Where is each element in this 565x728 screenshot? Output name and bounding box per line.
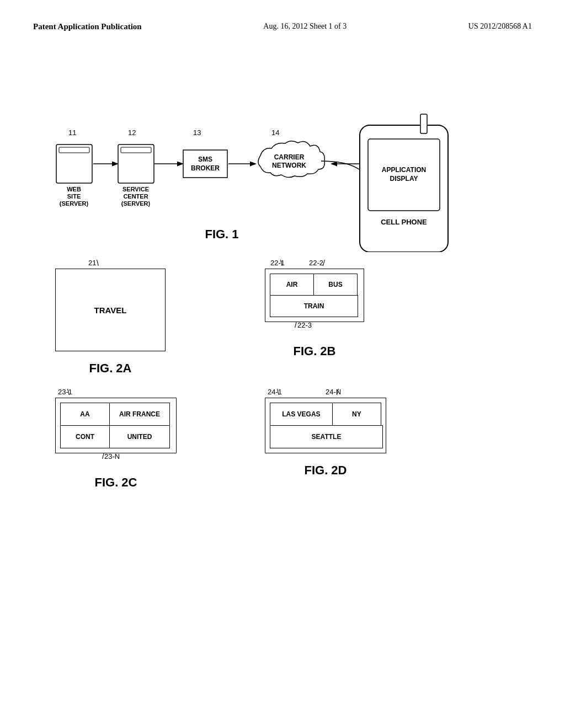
svg-text:SERVICE: SERVICE <box>122 186 149 192</box>
ref-21-bracket: \ <box>97 259 99 267</box>
fig2d-grid: LAS VEGAS NY SEATTLE <box>265 398 386 453</box>
fig2d-label: FIG. 2D <box>304 463 347 478</box>
fig2c-row2: CONT UNITED 23-N / <box>60 425 172 448</box>
fig2c-label: FIG. 2C <box>94 475 137 490</box>
svg-rect-0 <box>56 144 92 183</box>
fig2a-inner: 21 \ TRAVEL <box>55 269 166 357</box>
svg-text:CELL PHONE: CELL PHONE <box>381 218 427 226</box>
ref-22-1: 22-1 <box>270 259 285 267</box>
fig2d-container: 24-1 \ 24-N / LAS VEGAS NY SEATTLE <box>265 398 386 453</box>
svg-text:(SERVER): (SERVER) <box>121 200 151 207</box>
air-cell: AIR <box>270 274 314 296</box>
fig2a-label: FIG. 2A <box>89 361 131 376</box>
svg-rect-20 <box>420 114 427 133</box>
ref-23-n-br: / <box>102 452 104 461</box>
fig2b-row1: AIR BUS <box>270 274 359 296</box>
fig2b-row2: TRAIN 22-3 / <box>270 295 359 317</box>
fig2b-label: FIG. 2B <box>293 344 335 358</box>
svg-text:SMS: SMS <box>198 156 212 163</box>
fig2c-inner: 23-1 \ AA AIR FRANCE CONT UNITED 23-N <box>55 398 177 453</box>
airfrance-cell: AIR FRANCE <box>109 403 170 426</box>
fig2b-inner: 22-1 \ 22-2 / AIR BUS TRAIN <box>265 269 364 322</box>
train-cell: TRAIN <box>270 295 358 317</box>
fig2b-container: 22-1 \ 22-2 / AIR BUS TRAIN <box>265 269 364 322</box>
fig2c-container: 23-1 \ AA AIR FRANCE CONT UNITED 23-N <box>55 398 177 453</box>
fig1-area: 11 12 13 14 15 16 WEB SITE (SERVER) SERV… <box>33 53 532 263</box>
svg-text:FIG. 1: FIG. 1 <box>205 227 238 241</box>
ref-22-2-br: / <box>323 259 325 267</box>
fig1-diagram: 11 12 13 14 15 16 WEB SITE (SERVER) SERV… <box>33 53 532 252</box>
ny-cell: NY <box>332 403 381 426</box>
fig2c-grid: AA AIR FRANCE CONT UNITED 23-N / <box>55 398 177 453</box>
fig2a-container: 21 \ TRAVEL <box>55 269 166 357</box>
fig2d-inner: 24-1 \ 24-N / LAS VEGAS NY SEATTLE <box>265 398 386 453</box>
travel-box: TRAVEL <box>55 269 166 351</box>
fig2c-panel: 23-1 \ AA AIR FRANCE CONT UNITED 23-N <box>55 398 177 490</box>
fig2cd-row: 23-1 \ AA AIR FRANCE CONT UNITED 23-N <box>55 398 532 490</box>
svg-text:SITE: SITE <box>67 193 81 200</box>
fig2a-panel: 21 \ TRAVEL FIG. 2A <box>55 269 166 376</box>
fig2b-panel: 22-1 \ 22-2 / AIR BUS TRAIN <box>265 269 364 376</box>
ref-23-1: 23-1 <box>58 388 72 396</box>
ref-23-n: 23-N <box>104 452 120 461</box>
page-header: Patent Application Publication Aug. 16, … <box>33 22 532 31</box>
svg-text:CARRIER: CARRIER <box>274 153 305 161</box>
ref-22-2: 22-2 <box>309 259 323 267</box>
ref-14: 14 <box>271 129 279 137</box>
svg-text:BROKER: BROKER <box>191 164 220 172</box>
svg-text:(SERVER): (SERVER) <box>60 200 89 207</box>
ref-24-n-br: / <box>337 388 339 397</box>
fig2d-panel: 24-1 \ 24-N / LAS VEGAS NY SEATTLE <box>265 398 386 490</box>
ref-23-1-br: \ <box>67 388 70 397</box>
ref-22-3: 22-3 <box>297 321 312 329</box>
travel-label: TRAVEL <box>94 306 127 315</box>
svg-text:NETWORK: NETWORK <box>272 162 306 169</box>
ref-22-1-br: \ <box>280 259 282 267</box>
header-left: Patent Application Publication <box>33 22 142 31</box>
ref-24-1: 24-1 <box>268 388 282 396</box>
header-right: US 2012/208568 A1 <box>468 22 532 31</box>
ref-11: 11 <box>68 129 76 137</box>
svg-text:WEB: WEB <box>67 186 81 192</box>
patent-page: Patent Application Publication Aug. 16, … <box>0 0 565 728</box>
aa-cell: AA <box>60 403 110 426</box>
svg-text:APPLICATION: APPLICATION <box>382 166 426 174</box>
svg-rect-12 <box>183 150 227 178</box>
lasvegas-cell: LAS VEGAS <box>270 403 333 426</box>
ref-22-3-br: / <box>295 320 297 329</box>
fig2d-row2: SEATTLE <box>270 425 381 448</box>
ref-12: 12 <box>128 129 136 137</box>
svg-text:DISPLAY: DISPLAY <box>390 175 418 183</box>
ref-21: 21 <box>88 259 96 267</box>
ref-13: 13 <box>193 129 201 137</box>
united-cell: UNITED <box>109 425 170 448</box>
cont-cell: CONT <box>60 425 110 448</box>
seattle-cell: SEATTLE <box>270 425 383 448</box>
fig2ab-row: 21 \ TRAVEL FIG. 2A 22-1 \ 22-2 / <box>55 269 532 376</box>
fig2c-row1: AA AIR FRANCE <box>60 403 172 426</box>
svg-text:CENTER: CENTER <box>123 193 148 200</box>
header-center: Aug. 16, 2012 Sheet 1 of 3 <box>263 22 347 31</box>
ref-24-1-br: \ <box>277 388 279 397</box>
fig2b-grid: AIR BUS TRAIN 22-3 / <box>265 269 364 322</box>
svg-rect-6 <box>118 144 154 183</box>
bus-cell: BUS <box>313 274 358 296</box>
fig2d-row1: LAS VEGAS NY <box>270 403 381 426</box>
